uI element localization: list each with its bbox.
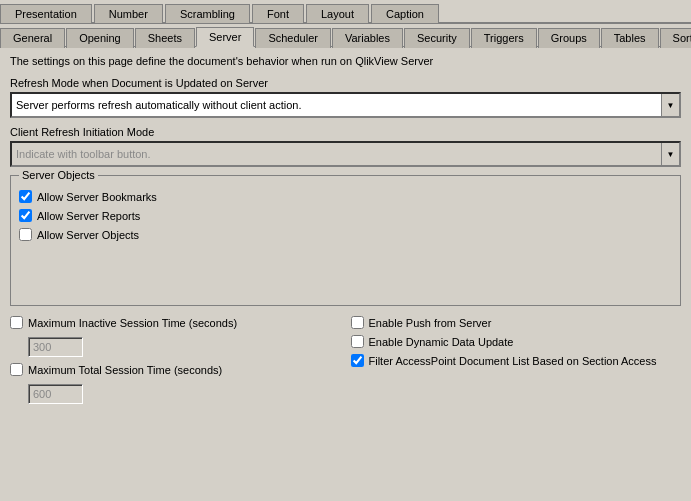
checkbox-allow-objects[interactable] xyxy=(19,228,32,241)
tab-scheduler[interactable]: Scheduler xyxy=(255,28,331,48)
checkbox-max-total[interactable] xyxy=(10,363,23,376)
refresh-mode-dropdown[interactable]: Server performs refresh automatically wi… xyxy=(12,94,679,116)
tab-triggers[interactable]: Triggers xyxy=(471,28,537,48)
checkbox-allow-reports[interactable] xyxy=(19,209,32,222)
bottom-tab-bar: General Opening Sheets Server Scheduler … xyxy=(0,24,691,47)
max-inactive-input[interactable] xyxy=(28,337,83,357)
tab-presentation[interactable]: Presentation xyxy=(0,4,92,23)
max-total-label: Maximum Total Session Time (seconds) xyxy=(28,364,222,376)
refresh-mode-dropdown-wrapper: Server performs refresh automatically wi… xyxy=(10,92,681,118)
bottom-left-section: Maximum Inactive Session Time (seconds) … xyxy=(10,316,341,410)
max-inactive-label: Maximum Inactive Session Time (seconds) xyxy=(28,317,237,329)
checkbox-max-inactive[interactable] xyxy=(10,316,23,329)
max-total-input[interactable] xyxy=(28,384,83,404)
main-content: The settings on this page define the doc… xyxy=(0,47,691,418)
tab-number[interactable]: Number xyxy=(94,4,163,23)
enable-dynamic-row: Enable Dynamic Data Update xyxy=(351,335,682,348)
tab-layout[interactable]: Layout xyxy=(306,4,369,23)
tab-variables[interactable]: Variables xyxy=(332,28,403,48)
client-refresh-dropdown[interactable]: Indicate with toolbar button. xyxy=(12,143,679,165)
client-refresh-dropdown-wrapper: Indicate with toolbar button. ▼ xyxy=(10,141,681,167)
filter-accesspoint-row: Filter AccessPoint Document List Based o… xyxy=(351,354,682,367)
server-objects-title: Server Objects xyxy=(19,169,98,181)
tab-groups[interactable]: Groups xyxy=(538,28,600,48)
client-refresh-label: Client Refresh Initiation Mode xyxy=(10,126,681,138)
enable-push-label: Enable Push from Server xyxy=(369,317,492,329)
checkbox-enable-push[interactable] xyxy=(351,316,364,329)
top-tab-bar: Presentation Number Scrambling Font Layo… xyxy=(0,0,691,24)
tab-server[interactable]: Server xyxy=(196,27,254,47)
client-refresh-group: Client Refresh Initiation Mode Indicate … xyxy=(10,126,681,167)
tab-opening[interactable]: Opening xyxy=(66,28,134,48)
max-inactive-row: Maximum Inactive Session Time (seconds) xyxy=(10,316,341,329)
max-total-row: Maximum Total Session Time (seconds) xyxy=(10,363,341,376)
enable-push-row: Enable Push from Server xyxy=(351,316,682,329)
enable-dynamic-label: Enable Dynamic Data Update xyxy=(369,336,514,348)
checkbox-enable-dynamic[interactable] xyxy=(351,335,364,348)
tab-font[interactable]: Font xyxy=(252,4,304,23)
checkbox-allow-bookmarks-row: Allow Server Bookmarks xyxy=(19,190,672,203)
tab-scrambling[interactable]: Scrambling xyxy=(165,4,250,23)
tab-caption[interactable]: Caption xyxy=(371,4,439,23)
refresh-mode-label: Refresh Mode when Document is Updated on… xyxy=(10,77,681,89)
bottom-section: Maximum Inactive Session Time (seconds) … xyxy=(10,316,681,410)
tab-security[interactable]: Security xyxy=(404,28,470,48)
tab-sheets[interactable]: Sheets xyxy=(135,28,195,48)
page-description: The settings on this page define the doc… xyxy=(10,55,681,67)
checkbox-allow-bookmarks[interactable] xyxy=(19,190,32,203)
checkbox-allow-objects-label: Allow Server Objects xyxy=(37,229,139,241)
refresh-mode-group: Refresh Mode when Document is Updated on… xyxy=(10,77,681,118)
checkbox-filter-accesspoint[interactable] xyxy=(351,354,364,367)
tab-sort[interactable]: Sort xyxy=(660,28,691,48)
checkbox-allow-bookmarks-label: Allow Server Bookmarks xyxy=(37,191,157,203)
tab-tables[interactable]: Tables xyxy=(601,28,659,48)
checkbox-allow-reports-label: Allow Server Reports xyxy=(37,210,140,222)
checkbox-allow-reports-row: Allow Server Reports xyxy=(19,209,672,222)
bottom-right-section: Enable Push from Server Enable Dynamic D… xyxy=(351,316,682,410)
filter-accesspoint-label: Filter AccessPoint Document List Based o… xyxy=(369,355,657,367)
server-objects-group: Server Objects Allow Server Bookmarks Al… xyxy=(10,175,681,306)
tab-general[interactable]: General xyxy=(0,28,65,48)
checkbox-allow-objects-row: Allow Server Objects xyxy=(19,228,672,241)
